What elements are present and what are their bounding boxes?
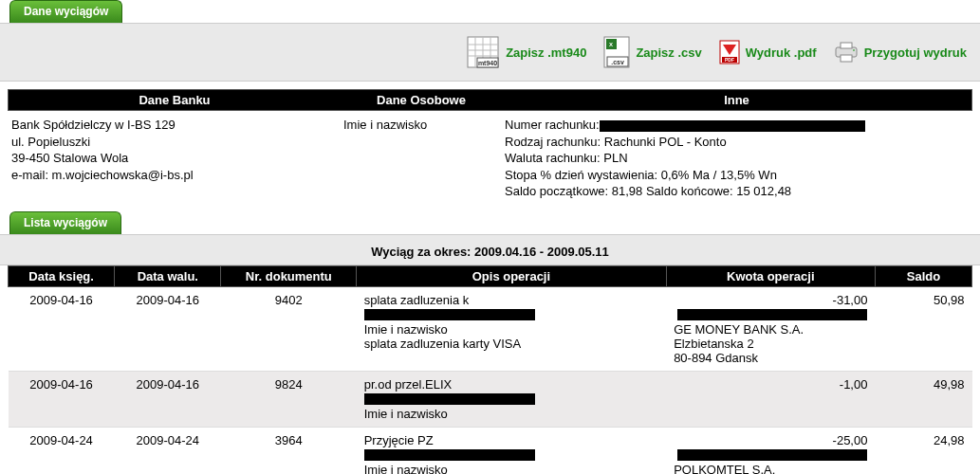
amount-value: -25,00 bbox=[674, 433, 867, 447]
cell-date-ksieg: 2009-04-24 bbox=[9, 427, 115, 474]
cell-balance: 49,98 bbox=[875, 371, 971, 427]
export-toolbar: mt940 Zapisz .mt940 X .csv Zapisz .csv bbox=[13, 35, 967, 69]
save-mt940-label: Zapisz .mt940 bbox=[506, 46, 586, 60]
header-bank: Dane Banku bbox=[9, 90, 341, 110]
amount-value: -1,00 bbox=[674, 377, 867, 392]
redacted bbox=[364, 449, 535, 461]
save-csv-label: Zapisz .csv bbox=[636, 46, 701, 60]
bank-line: 39-450 Stalowa Wola bbox=[11, 150, 336, 167]
cell-date-ksieg: 2009-04-16 bbox=[9, 371, 115, 427]
svg-rect-19 bbox=[841, 55, 852, 62]
svg-point-20 bbox=[853, 49, 855, 51]
tab-lista-wyciagow[interactable]: Lista wyciągów bbox=[9, 211, 121, 234]
amount-value: -31,00 bbox=[674, 293, 867, 307]
cell-date-walu: 2009-04-16 bbox=[115, 286, 221, 371]
cell-desc: Przyjęcie PZ Imie i nazwisko /TXT/200904… bbox=[357, 427, 666, 474]
cell-amount: -25,00 POLKOMTEL S.A. UL. POSTEPU 3 bbox=[666, 427, 875, 474]
cell-amount: -1,00 bbox=[666, 371, 875, 427]
bank-line: e-mail: m.wojciechowska@i-bs.pl bbox=[11, 167, 336, 184]
redacted-account bbox=[600, 120, 865, 132]
account-balance-line: Saldo początkowe: 81,98 Saldo końcowe: 1… bbox=[505, 183, 969, 200]
cell-date-walu: 2009-04-24 bbox=[115, 427, 221, 474]
info-row: Bank Spółdzielczy w I-BS 129 ul. Popielu… bbox=[0, 111, 980, 211]
cell-balance: 24,98 bbox=[875, 427, 971, 474]
bank-info: Bank Spółdzielczy w I-BS 129 ul. Popielu… bbox=[8, 115, 340, 202]
col-kwota: Kwota operacji bbox=[666, 265, 875, 286]
cell-desc: pr.od przel.ELIX Imie i nazwisko bbox=[357, 371, 666, 427]
col-saldo: Saldo bbox=[875, 265, 971, 286]
redacted bbox=[677, 449, 867, 461]
desc-line: Przyjęcie PZ bbox=[364, 433, 658, 447]
col-data-ksieg: Data księg. bbox=[9, 265, 115, 286]
table-header-row: Data księg. Data walu. Nr. dokumentu Opi… bbox=[9, 265, 972, 286]
svg-text:mt940: mt940 bbox=[478, 60, 497, 66]
cell-desc: splata zadluzenia k Imie i nazwisko spla… bbox=[357, 286, 666, 371]
desc-line: Imie i nazwisko bbox=[364, 463, 658, 474]
cell-doc: 9824 bbox=[221, 371, 357, 427]
account-currency-line: Waluta rachunku: PLN bbox=[505, 150, 969, 167]
desc-line: pr.od przel.ELIX bbox=[364, 377, 658, 392]
cell-date-ksieg: 2009-04-16 bbox=[9, 286, 115, 371]
redacted bbox=[364, 393, 535, 405]
printer-icon bbox=[834, 42, 859, 63]
cell-doc: 3964 bbox=[221, 427, 357, 474]
period-label: Wyciąg za okres: bbox=[371, 245, 471, 259]
personal-line: Imie i nazwisko bbox=[343, 117, 497, 134]
transactions-table: Data księg. Data walu. Nr. dokumentu Opi… bbox=[8, 265, 972, 474]
svg-text:PDF: PDF bbox=[725, 57, 734, 63]
cell-date-walu: 2009-04-16 bbox=[115, 371, 221, 427]
other-info: Numer rachunku: Rodzaj rachunku: Rachunk… bbox=[501, 115, 972, 202]
redacted bbox=[364, 309, 535, 320]
cell-doc: 9402 bbox=[221, 286, 357, 371]
pdf-icon: PDF bbox=[719, 40, 740, 64]
cell-balance: 50,98 bbox=[875, 286, 971, 371]
svg-text:.csv: .csv bbox=[612, 59, 625, 65]
account-number-line: Numer rachunku: bbox=[505, 117, 969, 134]
statement-period: Wyciąg za okres: 2009.04.16 - 2009.05.11 bbox=[0, 235, 980, 264]
table-row: 2009-04-16 2009-04-16 9402 splata zadluz… bbox=[9, 286, 972, 371]
header-osobowe: Dane Osobowe bbox=[341, 90, 502, 110]
account-type-line: Rodzaj rachunku: Rachunki POL - Konto bbox=[505, 134, 969, 151]
header-inne: Inne bbox=[502, 90, 971, 110]
bank-line: Bank Spółdzielczy w I-BS 129 bbox=[11, 117, 336, 134]
svg-text:X: X bbox=[609, 42, 613, 47]
redacted bbox=[677, 309, 867, 320]
personal-info: Imie i nazwisko bbox=[340, 115, 501, 202]
party-line: POLKOMTEL S.A. bbox=[674, 463, 867, 474]
tab-dane-wyciagow[interactable]: Dane wyciągów bbox=[9, 0, 122, 23]
print-pdf-button[interactable]: PDF Wydruk .pdf bbox=[719, 40, 817, 64]
col-opis: Opis operacji bbox=[357, 265, 666, 286]
account-rate-line: Stopa % dzień wystawienia: 0,6% Ma / 13,… bbox=[505, 167, 969, 184]
desc-line: splata zadluzenia karty VISA bbox=[364, 337, 658, 351]
party-line: GE MONEY BANK S.A. bbox=[674, 322, 867, 337]
account-number-label: Numer rachunku: bbox=[505, 118, 600, 132]
period-range: 2009.04.16 - 2009.05.11 bbox=[474, 245, 609, 259]
table-row: 2009-04-16 2009-04-16 9824 pr.od przel.E… bbox=[9, 371, 972, 427]
save-csv-button[interactable]: X .csv Zapisz .csv bbox=[603, 36, 701, 68]
desc-line: splata zadluzenia k bbox=[364, 293, 658, 307]
bank-line: ul. Popieluszki bbox=[11, 134, 336, 151]
save-mt940-button[interactable]: mt940 Zapisz .mt940 bbox=[466, 35, 586, 69]
desc-line: Imie i nazwisko bbox=[364, 322, 658, 337]
table-row: 2009-04-24 2009-04-24 3964 Przyjęcie PZ … bbox=[9, 427, 972, 474]
csv-icon: X .csv bbox=[603, 36, 630, 68]
info-header-row: Dane Banku Dane Osobowe Inne bbox=[8, 89, 972, 111]
col-nr-dok: Nr. dokumentu bbox=[221, 265, 357, 286]
svg-rect-18 bbox=[841, 43, 852, 48]
party-line: 80-894 Gdansk bbox=[674, 351, 867, 365]
prepare-print-button[interactable]: Przygotuj wydruk bbox=[834, 42, 967, 63]
desc-line: Imie i nazwisko bbox=[364, 407, 658, 421]
col-data-walu: Data walu. bbox=[115, 265, 221, 286]
mt940-icon: mt940 bbox=[466, 35, 500, 69]
print-pdf-label: Wydruk .pdf bbox=[746, 46, 817, 60]
party-line: Elzbietanska 2 bbox=[674, 337, 867, 351]
prepare-print-label: Przygotuj wydruk bbox=[864, 46, 967, 60]
cell-amount: -31,00 GE MONEY BANK S.A. Elzbietanska 2… bbox=[666, 286, 875, 371]
